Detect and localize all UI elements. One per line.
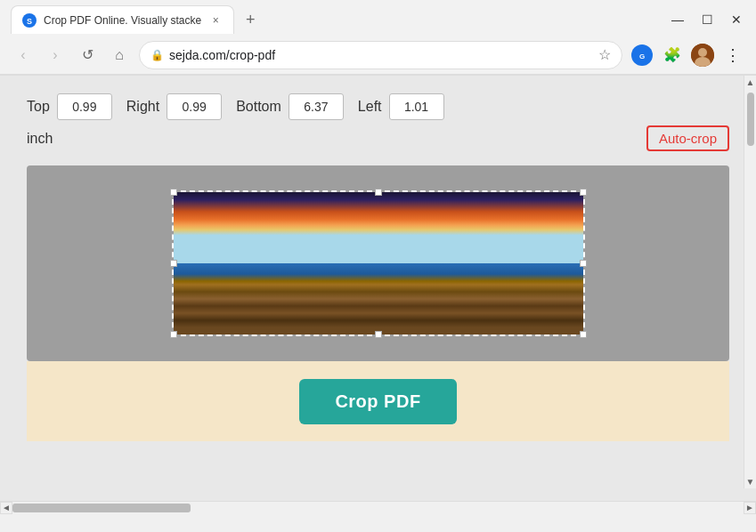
refresh-button[interactable]: ↺	[75, 43, 100, 68]
svg-text:S: S	[27, 17, 32, 26]
crop-controls: Top Right Bottom Left	[27, 93, 729, 120]
right-label: Right	[126, 99, 159, 115]
crop-box[interactable]	[172, 190, 585, 336]
minimize-button[interactable]: —	[671, 13, 684, 26]
scroll-down-arrow[interactable]: ▼	[744, 475, 756, 488]
bottom-bar: Crop PDF	[27, 361, 729, 441]
horizontal-scrollbar[interactable]: ◄ ►	[0, 501, 756, 513]
svg-point-5	[698, 48, 707, 57]
scroll-left-arrow[interactable]: ◄	[0, 502, 12, 514]
crop-handle-bottom-right[interactable]	[580, 331, 587, 338]
browser-body: Top Right Bottom Left inch Auto-crop	[0, 76, 756, 501]
extensions-icon[interactable]: 🧩	[660, 43, 685, 68]
top-input[interactable]	[57, 93, 112, 120]
address-bar[interactable]: 🔒 sejda.com/crop-pdf ☆	[139, 41, 622, 69]
bottom-label: Bottom	[236, 99, 281, 115]
preview-area	[27, 165, 729, 361]
scroll-thumb[interactable]	[747, 93, 754, 146]
crop-handle-bottom-left[interactable]	[170, 331, 177, 338]
toolbar-icons: G 🧩 ⋮	[630, 43, 745, 68]
new-tab-button[interactable]: +	[238, 7, 263, 32]
horizontal-scroll-track[interactable]	[12, 502, 744, 513]
left-input[interactable]	[389, 93, 444, 120]
right-input[interactable]	[167, 93, 222, 120]
top-field: Top	[27, 93, 112, 120]
vertical-scrollbar[interactable]: ▲ ▼	[744, 76, 756, 488]
close-window-button[interactable]: ✕	[731, 13, 742, 26]
forward-button[interactable]: ›	[43, 43, 68, 68]
bottom-input[interactable]	[289, 93, 344, 120]
left-field: Left	[358, 93, 444, 120]
browser-menu-button[interactable]: ⋮	[720, 43, 745, 68]
crop-pdf-button[interactable]: Crop PDF	[299, 379, 456, 424]
page-content: Top Right Bottom Left inch Auto-crop	[0, 76, 756, 501]
browser-toolbar: ‹ › ↺ ⌂ 🔒 sejda.com/crop-pdf ☆ G	[0, 36, 756, 75]
tab-close-button[interactable]: ×	[208, 13, 223, 28]
tab-favicon: S	[22, 13, 37, 28]
bookmark-icon[interactable]: ☆	[598, 46, 611, 63]
unit-label: inch	[27, 131, 53, 147]
active-tab[interactable]: S Crop PDF Online. Visually stacke ×	[11, 5, 234, 34]
crop-handle-middle-left[interactable]	[170, 260, 177, 267]
home-button[interactable]: ⌂	[107, 43, 132, 68]
right-field: Right	[126, 93, 222, 120]
back-button[interactable]: ‹	[11, 43, 36, 68]
profile-avatar[interactable]	[690, 43, 715, 68]
grammarly-extension-icon[interactable]: G	[630, 43, 654, 68]
crop-handle-middle-right[interactable]	[580, 260, 587, 267]
horizontal-scroll-thumb[interactable]	[12, 504, 191, 512]
crop-handle-top-right[interactable]	[580, 189, 587, 196]
left-label: Left	[358, 99, 382, 115]
unit-row: inch Auto-crop	[27, 125, 729, 151]
crop-image	[174, 192, 583, 335]
scroll-right-arrow[interactable]: ►	[744, 502, 756, 514]
maximize-button[interactable]: ☐	[702, 13, 713, 26]
svg-text:G: G	[639, 52, 645, 60]
top-label: Top	[27, 99, 50, 115]
crop-handle-bottom-center[interactable]	[375, 331, 382, 338]
crop-handle-top-left[interactable]	[170, 189, 177, 196]
window-controls: — ☐ ✕	[671, 13, 745, 26]
auto-crop-button[interactable]: Auto-crop	[646, 125, 729, 151]
crop-handle-top-center[interactable]	[375, 189, 382, 196]
scroll-up-arrow[interactable]: ▲	[744, 76, 756, 89]
tab-title: Crop PDF Online. Visually stacke	[44, 14, 201, 27]
bottom-field: Bottom	[236, 93, 344, 120]
lock-icon: 🔒	[150, 49, 164, 61]
url-text: sejda.com/crop-pdf	[169, 48, 593, 62]
